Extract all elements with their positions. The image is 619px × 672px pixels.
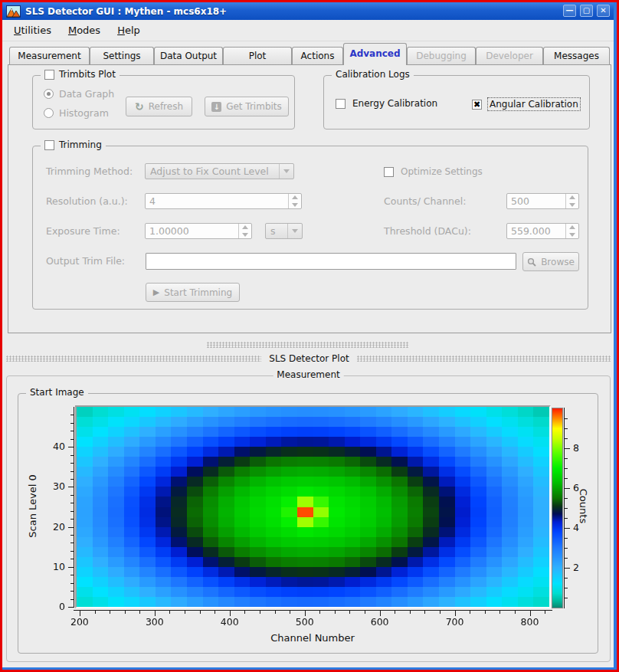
trimbits-plot-title: Trimbits Plot [59,69,116,80]
refresh-label: Refresh [149,101,183,112]
colorbar [552,408,563,608]
y-minor-tick [70,543,74,543]
splitter-handle[interactable] [207,342,409,348]
counts-per-channel-spinbox[interactable]: 500 [506,193,579,209]
optimize-settings-label: Optimize Settings [399,166,484,178]
x-minor-tick [485,611,486,614]
trimbits-plot-group: Trimbits Plot Data Graph Histogram ↻ Ref… [32,75,295,129]
spin-up-icon[interactable] [569,195,575,199]
colorbar-minor-tick [565,428,568,429]
menu-modes[interactable]: Modes [68,25,100,36]
spin-up-icon[interactable] [292,195,298,199]
x-major-tick [80,611,80,616]
heatmap-frame [75,405,551,608]
data-graph-radio[interactable]: Data Graph [44,88,114,100]
y-minor-tick [70,423,74,424]
energy-calibration-label: Energy Calibration [351,97,439,110]
colorbar-tick-label: 8 [573,442,588,454]
title-bar[interactable]: SLS Detector GUI : Mythen - mcs6x18+ —▢✕ [2,2,614,20]
tab-measurement[interactable]: Measurement [9,47,90,65]
tab-plot[interactable]: Plot [223,47,292,65]
tab-data-output[interactable]: Data Output [154,47,223,65]
tab-settings[interactable]: Settings [90,47,154,65]
angular-calibration-checkbox[interactable]: ✖ Angular Calibration [472,97,581,111]
get-trimbits-button[interactable]: ↓ Get Trimbits [205,97,289,116]
browse-button[interactable]: Browse [522,252,579,271]
counts-per-channel-value: 500 [511,195,529,207]
trimming-method-label: Trimming Method: [46,166,133,177]
output-trim-file-input[interactable] [146,253,516,270]
threshold-spinbox[interactable]: 559.000 [506,223,579,239]
x-minor-tick [319,611,320,614]
y-major-tick [68,487,74,487]
histogram-label: Histogram [59,107,109,119]
application-window: SLS Detector GUI : Mythen - mcs6x18+ —▢✕… [0,0,619,672]
y-minor-tick [70,511,74,512]
close-button[interactable]: ✕ [597,5,610,17]
x-major-tick [305,611,306,616]
colorbar-tick-label: 6 [573,482,588,493]
exposure-unit-combobox[interactable]: s [265,223,303,239]
y-major-tick [68,567,74,568]
start-trimming-label: Start Trimming [164,287,232,298]
resolution-label: Resolution (a.u.): [46,195,128,207]
y-minor-tick [70,479,74,480]
exposure-time-value: 1.00000 [149,225,189,237]
x-minor-tick [200,611,201,614]
colorbar-minor-tick [565,558,568,559]
download-icon: ↓ [211,102,221,112]
refresh-button[interactable]: ↻ Refresh [126,97,192,116]
x-minor-tick [440,611,441,614]
y-minor-tick [70,415,74,415]
window-frame-bottom [2,667,617,670]
spin-down-icon[interactable] [569,233,575,237]
tab-developer[interactable]: Developer [476,47,543,65]
x-minor-tick [410,611,411,614]
angular-calibration-box-icon: ✖ [472,100,482,110]
minimize-button[interactable]: — [563,5,576,17]
exposure-time-spinbox[interactable]: 1.00000 [145,223,252,239]
x-tick-label: 200 [64,616,95,628]
start-trimming-button[interactable]: ▶ Start Trimming [146,283,240,302]
tab-messages[interactable]: Messages [543,47,610,65]
resolution-spinbox[interactable]: 4 [145,193,302,209]
tab-advanced[interactable]: Advanced [343,43,407,65]
maximize-button[interactable]: ▢ [580,5,593,17]
tab-actions[interactable]: Actions [292,47,343,65]
y-minor-tick [70,535,74,536]
x-minor-tick [139,611,140,614]
colorbar-canvas [552,408,562,608]
x-minor-tick [244,611,245,614]
x-minor-tick [515,611,516,614]
menu-utilities[interactable]: Utilities [14,25,51,36]
x-minor-tick [545,611,545,614]
y-axis-title: Scan Level 0 [27,449,38,564]
spin-down-icon[interactable] [242,233,248,237]
colorbar-tick-label: 4 [573,522,588,533]
x-tick-label: 600 [365,616,395,628]
histogram-radio[interactable]: Histogram [44,107,109,119]
trimming-method-combobox[interactable]: Adjust to Fix Count Level [145,163,294,179]
y-minor-tick [70,503,74,503]
combo-arrow-icon [283,169,290,173]
tab-bar: MeasurementSettingsData OutputPlotAction… [9,46,611,65]
x-minor-tick [125,611,126,614]
y-minor-tick [70,583,74,584]
spin-up-icon[interactable] [569,225,575,229]
colorbar-minor-tick [565,598,568,598]
trimbits-plot-checkbox[interactable] [44,70,54,80]
spin-down-icon[interactable] [292,203,298,207]
menu-help[interactable]: Help [117,25,140,36]
trimming-checkbox[interactable] [44,140,54,150]
colorbar-minor-tick [565,468,568,469]
y-minor-tick [70,591,74,592]
y-axis-line [74,407,74,608]
y-minor-tick [70,439,74,440]
spin-up-icon[interactable] [242,225,248,229]
spin-down-icon[interactable] [569,203,575,207]
heatmap-canvas[interactable] [77,407,549,607]
optimize-settings-checkbox[interactable]: Optimize Settings [384,166,484,178]
energy-calibration-checkbox[interactable]: Energy Calibration [336,97,439,110]
tab-debugging[interactable]: Debugging [407,47,476,65]
trimming-group: Trimming Trimming Method: Adjust to Fix … [32,146,588,310]
